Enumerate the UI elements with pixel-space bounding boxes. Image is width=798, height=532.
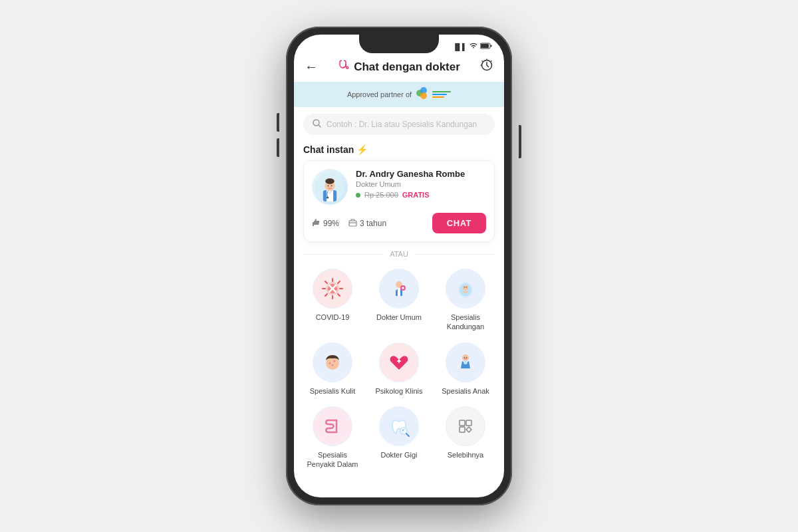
phone-screen: ▐▌▌ ← [294, 35, 504, 497]
svg-point-50 [464, 360, 467, 364]
svg-point-54 [401, 428, 406, 434]
category-spesialis-anak[interactable]: Spesialis Anak [434, 340, 497, 398]
categories-grid: COVID-19 Dokter Umum [294, 266, 504, 471]
svg-rect-35 [398, 288, 400, 296]
history-button[interactable] [480, 59, 493, 75]
back-button[interactable]: ← [305, 59, 318, 74]
lightning-emoji: ⚡ [356, 144, 368, 155]
svg-line-55 [406, 434, 409, 436]
svg-line-30 [338, 281, 340, 283]
svg-rect-37 [402, 287, 404, 289]
divider-text: ATAU [390, 250, 408, 258]
experience-value: 3 tahun [360, 219, 386, 228]
svg-point-19 [327, 196, 329, 198]
svg-point-49 [462, 354, 469, 361]
svg-point-51 [464, 356, 466, 358]
doctor-avatar [312, 169, 348, 205]
doctor-price: Rp 25.000 GRATIS [356, 191, 486, 199]
partner-logo [416, 87, 451, 102]
partner-text: Approved partner of [347, 90, 412, 98]
category-dokter-gigi[interactable]: Dokter Gigi [367, 404, 431, 472]
svg-rect-20 [349, 221, 356, 226]
covid19-icon-circle [313, 269, 352, 309]
penyakit-dalam-label: Spesialis Penyakit Dalam [303, 450, 362, 469]
rating-stat: 99% [312, 218, 339, 229]
svg-point-9 [420, 92, 427, 99]
svg-rect-58 [460, 427, 465, 432]
category-selebihnya[interactable]: Selebihnya [434, 404, 497, 472]
search-box[interactable]: Contoh : Dr. Lia atau Spesialis Kandunga… [303, 114, 495, 135]
svg-rect-1 [481, 44, 489, 48]
app-header: ← Chat dengan dokter [294, 56, 504, 82]
doctor-name: Dr. Andry Ganesha Rombe [356, 169, 486, 179]
search-placeholder: Contoh : Dr. Lia atau Spesialis Kandunga… [327, 120, 477, 129]
section-chat-instan: Chat instan ⚡ [294, 142, 504, 160]
chat-button[interactable]: CHAT [432, 213, 486, 233]
selebihnya-icon-circle [446, 406, 485, 446]
volume-down-button [277, 138, 279, 157]
doctor-stats: 99% 3 tahun CHAT [312, 213, 486, 233]
svg-point-4 [341, 61, 342, 62]
svg-point-41 [464, 287, 466, 288]
svg-rect-48 [398, 359, 400, 363]
atau-divider: ATAU [294, 242, 504, 266]
svg-point-42 [466, 287, 467, 288]
doctor-info: Dr. Andry Ganesha Rombe Dokter Umum Rp 2… [312, 169, 486, 205]
phone-frame: ▐▌▌ ← [286, 27, 512, 505]
anak-label: Spesialis Anak [442, 386, 489, 396]
kulit-label: Spesialis Kulit [310, 386, 355, 396]
category-covid19[interactable]: COVID-19 [301, 266, 364, 334]
gigi-icon-circle [379, 406, 419, 446]
search-icon [313, 119, 321, 130]
divider-line-left [303, 254, 383, 255]
wifi-icon [469, 43, 477, 51]
svg-point-3 [346, 66, 348, 68]
doctor-specialty: Dokter Umum [356, 180, 486, 188]
svg-point-52 [466, 356, 467, 358]
svg-line-31 [325, 294, 327, 296]
volume-up-button [277, 113, 279, 132]
category-dokter-umum[interactable]: Dokter Umum [367, 266, 431, 334]
svg-point-17 [328, 185, 329, 186]
partner-lines [432, 91, 451, 98]
category-psikolog-klinis[interactable]: Psikolog Klinis [367, 340, 431, 398]
kandungan-icon-circle [446, 269, 485, 309]
rating-value: 99% [323, 219, 339, 228]
svg-line-29 [338, 294, 340, 296]
divider-line-right [415, 254, 495, 255]
category-spesialis-penyakit-dalam[interactable]: Spesialis Penyakit Dalam [301, 404, 364, 472]
anak-icon-circle [446, 342, 485, 382]
search-container: Contoh : Dr. Lia atau Spesialis Kandunga… [294, 107, 504, 142]
category-spesialis-kandungan[interactable]: Spesialis Kandungan [434, 266, 497, 334]
psikolog-label: Psikolog Klinis [376, 386, 423, 396]
experience-stat: 3 tahun [348, 218, 386, 229]
signal-icon: ▐▌▌ [453, 43, 467, 51]
page-title: Chat dengan dokter [354, 61, 460, 74]
doctor-card: Dr. Andry Ganesha Rombe Dokter Umum Rp 2… [303, 160, 495, 242]
svg-point-45 [334, 360, 336, 362]
svg-line-11 [319, 125, 321, 127]
price-original: Rp 25.000 [364, 191, 398, 199]
kulit-icon-circle [313, 342, 352, 382]
svg-point-40 [463, 285, 468, 291]
svg-rect-2 [491, 45, 492, 47]
partner-banner: Approved partner of [294, 82, 504, 107]
battery-icon [480, 43, 492, 51]
svg-rect-56 [460, 420, 465, 426]
svg-line-28 [325, 281, 327, 283]
online-indicator [356, 193, 360, 198]
status-icons: ▐▌▌ [453, 43, 492, 51]
thumbs-up-icon [312, 218, 321, 229]
dokter-umum-icon-circle [379, 269, 419, 309]
stethoscope-icon [338, 59, 350, 74]
selebihnya-label: Selebihnya [448, 450, 483, 460]
svg-rect-57 [466, 420, 471, 426]
category-spesialis-kulit[interactable]: Spesialis Kulit [301, 340, 364, 398]
doctor-details: Dr. Andry Ganesha Rombe Dokter Umum Rp 2… [356, 169, 486, 199]
penyakit-dalam-icon-circle [313, 406, 352, 446]
svg-point-16 [325, 178, 334, 184]
svg-point-18 [331, 185, 332, 186]
section-label: Chat instan [303, 144, 354, 155]
gigi-label: Dokter Gigi [380, 450, 417, 460]
psikolog-icon-circle [379, 342, 419, 382]
